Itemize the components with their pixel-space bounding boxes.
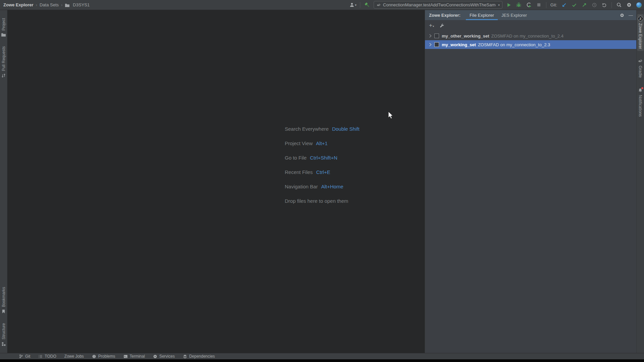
shortcut-keys: Double Shift (332, 126, 360, 132)
statusbar-item-todo[interactable]: TODO (38, 354, 56, 359)
editor-empty-area: Search Everywhere Double Shift Project V… (7, 10, 425, 353)
shortcut-keys: Ctrl+Shift+N (310, 155, 337, 161)
mouse-cursor (388, 111, 394, 120)
ide-window: Zowe Explorer › Data Sets › D3SYS1 ▾ Con… (0, 0, 644, 362)
folder-icon (1, 33, 6, 37)
breadcrumb-item-zowe-explorer[interactable]: Zowe Explorer (3, 2, 34, 7)
statusbar-item-problems[interactable]: Problems (92, 354, 115, 359)
stripe-label: Pull Requests (1, 46, 6, 71)
problems-icon (92, 354, 96, 359)
terminal-icon (123, 354, 128, 359)
shortcut-label: Project View (285, 140, 313, 146)
chevron-right-icon[interactable] (429, 34, 432, 38)
tree-row-my-working-set[interactable]: my_working_set ZOSMFAD on my_connection_… (425, 40, 636, 49)
pull-request-icon (1, 73, 6, 78)
chevron-down-icon: ▾ (498, 3, 500, 7)
stripe-item-notifications[interactable]: Notifications (637, 86, 643, 119)
chevron-right-icon[interactable] (429, 43, 432, 47)
panel-toolbar: + ▾ (425, 20, 636, 31)
layers-icon (183, 354, 187, 359)
tab-jes-explorer[interactable]: JES Explorer (498, 10, 531, 20)
working-set-detail: ZOSMFAD on my_connection_to_2.4 (491, 34, 564, 39)
hide-panel-icon[interactable]: — (629, 13, 633, 17)
bell-icon (638, 88, 643, 93)
git-push-button[interactable] (581, 1, 588, 9)
working-set-name: my_other_working_set (442, 34, 489, 39)
git-label: Git: (550, 2, 557, 7)
shortcut-hints: Search Everywhere Double Shift Project V… (285, 126, 360, 204)
working-set-detail: ZOSMFAD on my_connection_to_2.3 (478, 42, 550, 47)
git-branch-icon (19, 354, 23, 359)
tool-window-title[interactable]: Zowe Explorer: (429, 13, 461, 18)
stripe-item-bookmarks[interactable]: Bookmarks (1, 285, 7, 316)
working-set-icon (434, 42, 439, 47)
screen-bottom-strip (0, 359, 644, 362)
breadcrumb-separator: › (36, 2, 37, 7)
toolbar-separator (546, 2, 546, 8)
drop-files-hint: Drop files here to open them (285, 198, 348, 204)
gradle-elephant-icon (638, 59, 643, 64)
edit-wrench-icon[interactable] (439, 23, 444, 28)
stop-button (535, 1, 543, 9)
stripe-item-gradle[interactable]: Gradle (637, 57, 644, 80)
tool-window-header: Zowe Explorer: File Explorer JES Explore… (425, 10, 636, 20)
breadcrumb: Zowe Explorer › Data Sets › D3SYS1 (3, 2, 90, 7)
working-set-tree: my_other_working_set ZOSMFAD on my_conne… (425, 32, 636, 49)
stripe-item-zowe-explorer[interactable]: Z Zowe Explorer (637, 14, 644, 51)
left-tool-stripe: Project Pull Requests Bookmarks Structur… (0, 10, 7, 353)
debug-button[interactable] (515, 1, 523, 9)
stripe-label: Project (1, 18, 6, 31)
stripe-item-project[interactable]: Project (0, 16, 7, 39)
status-bar: Git TODO Zowe Jobs Problems Terminal Ser… (0, 353, 644, 359)
main-toolbar: Zowe Explorer › Data Sets › D3SYS1 ▾ Con… (0, 0, 644, 10)
breadcrumb-separator: › (61, 2, 62, 7)
shortcut-keys: Alt+1 (316, 140, 328, 146)
notification-dot (641, 87, 643, 89)
breadcrumb-item-d3sys1[interactable]: D3SYS1 (73, 2, 90, 7)
working-set-name: my_working_set (442, 42, 476, 47)
todo-list-icon (38, 354, 43, 359)
shortcut-keys: Alt+Home (321, 184, 343, 189)
tree-row-my-other-working-set[interactable]: my_other_working_set ZOSMFAD on my_conne… (425, 32, 636, 40)
history-clock-button (591, 1, 598, 9)
stripe-label: Gradle (638, 66, 643, 78)
statusbar-item-git[interactable]: Git (19, 354, 30, 359)
search-icon[interactable] (615, 1, 623, 9)
stripe-label: Structure (1, 323, 6, 340)
git-update-button[interactable] (560, 1, 568, 9)
gradle-task-icon (376, 3, 381, 7)
stripe-label: Bookmarks (1, 287, 6, 307)
statusbar-item-dependencies[interactable]: Dependencies (183, 354, 215, 359)
panel-settings-gear-icon[interactable] (620, 13, 625, 18)
rollback-button[interactable] (601, 1, 608, 9)
run-with-coverage-button[interactable] (525, 1, 533, 9)
statusbar-item-terminal[interactable]: Terminal (123, 354, 145, 359)
toolbar-separator (611, 2, 612, 8)
bookmark-icon (1, 309, 6, 314)
add-working-set-button[interactable]: + ▾ (429, 23, 434, 28)
stripe-label: Notifications (638, 95, 643, 117)
run-button[interactable] (505, 1, 513, 9)
folder-icon (65, 3, 70, 7)
structure-icon (1, 342, 6, 346)
shortcut-label: Recent Files (285, 169, 313, 175)
right-tool-stripe: Z Zowe Explorer Gradle Notifications (636, 10, 644, 353)
stripe-item-structure[interactable]: Structure (1, 321, 7, 348)
user-profile-button[interactable]: ▾ (349, 1, 357, 9)
run-configuration-select[interactable]: ConnectionManager.testAddTwoConnectionsW… (374, 1, 502, 9)
settings-gear-icon[interactable] (625, 1, 633, 9)
stripe-item-pull-requests[interactable]: Pull Requests (0, 44, 7, 80)
git-commit-button[interactable] (571, 1, 578, 9)
statusbar-item-services[interactable]: Services (153, 354, 175, 359)
build-hammer-button[interactable] (364, 1, 371, 9)
zowe-explorer-panel: Zowe Explorer: File Explorer JES Explore… (425, 10, 636, 353)
tab-file-explorer[interactable]: File Explorer (466, 10, 498, 20)
breadcrumb-item-data-sets[interactable]: Data Sets (40, 2, 59, 7)
shortcut-keys: Ctrl+E (316, 169, 330, 175)
run-configuration-value: ConnectionManager.testAddTwoConnectionsW… (383, 2, 496, 7)
statusbar-item-zowe-jobs[interactable]: Zowe Jobs (64, 354, 84, 359)
shortcut-label: Navigation Bar (285, 184, 318, 189)
toolbar-actions: ▾ ConnectionManager.testAddTwoConnection… (349, 0, 643, 10)
profile-gradient-icon[interactable] (635, 1, 643, 9)
shortcut-label: Go to File (285, 155, 307, 161)
